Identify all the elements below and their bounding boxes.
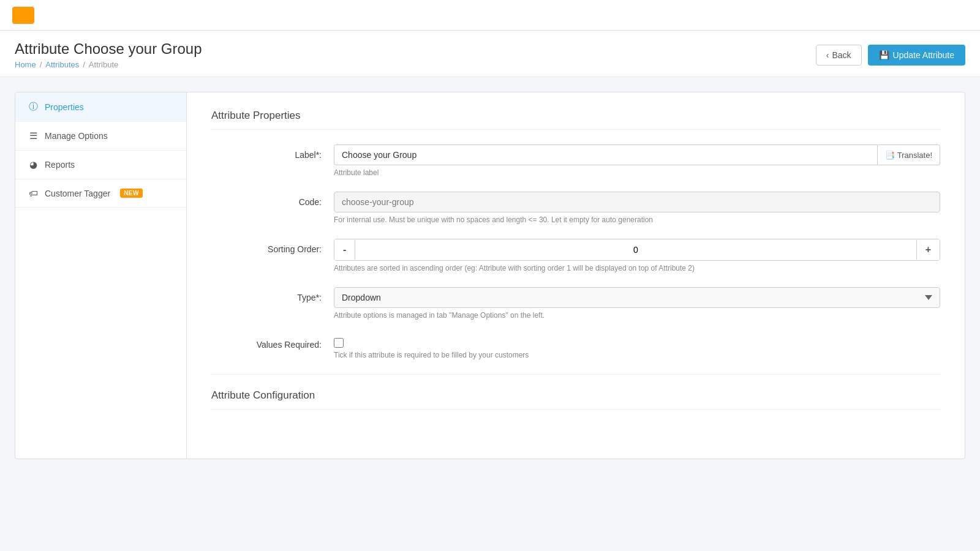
sidebar-item-reports[interactable]: ◕ Reports xyxy=(15,151,186,179)
code-input[interactable] xyxy=(334,192,940,212)
page-header-left: Attribute Choose your Group Home / Attri… xyxy=(15,40,202,69)
breadcrumb: Home / Attributes / Attribute xyxy=(15,60,202,69)
values-required-help: Tick if this attribute is required to be… xyxy=(334,351,940,359)
translate-button[interactable]: 📑 Translate! xyxy=(878,144,940,165)
checkbox-wrap xyxy=(334,334,940,348)
sort-minus-button[interactable]: - xyxy=(334,239,355,260)
type-select[interactable]: Dropdown Text Text Area Date Boolean xyxy=(334,287,940,308)
translate-icon: 📑 xyxy=(885,151,895,160)
sidebar-item-properties[interactable]: ⓘ Properties xyxy=(15,92,186,122)
label-input[interactable] xyxy=(334,144,878,165)
sidebar-item-manage-options[interactable]: ☰ Manage Options xyxy=(15,122,186,151)
form-area: Attribute Properties Label*: 📑 Translate… xyxy=(187,92,965,459)
sidebar-nav: ⓘ Properties ☰ Manage Options ◕ Reports … xyxy=(15,92,187,459)
sorting-group: - + xyxy=(334,239,940,261)
tag-icon: 🏷 xyxy=(28,188,39,198)
sidebar-manage-options-label: Manage Options xyxy=(45,131,108,141)
sidebar-customer-tagger-label: Customer Tagger xyxy=(45,189,110,198)
content-card: ⓘ Properties ☰ Manage Options ◕ Reports … xyxy=(15,92,965,459)
section-divider xyxy=(211,374,940,375)
breadcrumb-home[interactable]: Home xyxy=(15,60,36,69)
update-icon: 💾 xyxy=(879,50,889,60)
page-header: Attribute Choose your Group Home / Attri… xyxy=(0,31,980,77)
sorting-order-input[interactable] xyxy=(355,240,916,260)
label-input-group: 📑 Translate! xyxy=(334,144,940,165)
translate-button-label: Translate! xyxy=(897,151,932,160)
page-title: Attribute Choose your Group xyxy=(15,40,202,58)
label-help: Attribute label xyxy=(334,168,940,177)
label-row: Label*: 📑 Translate! Attribute label xyxy=(211,144,940,177)
list-icon: ☰ xyxy=(28,130,39,141)
type-control-wrap: Dropdown Text Text Area Date Boolean Att… xyxy=(334,287,940,320)
sidebar-reports-label: Reports xyxy=(45,160,75,170)
back-chevron-icon: ‹ xyxy=(826,50,829,60)
info-icon: ⓘ xyxy=(28,101,39,113)
sort-plus-button[interactable]: + xyxy=(917,239,940,260)
values-required-row: Values Required: Tick if this attribute … xyxy=(211,334,940,359)
sorting-order-label: Sorting Order: xyxy=(211,239,334,254)
type-field-label: Type*: xyxy=(211,287,334,302)
values-required-control-wrap: Tick if this attribute is required to be… xyxy=(334,334,940,359)
reports-icon: ◕ xyxy=(28,159,39,170)
code-field-label: Code: xyxy=(211,192,334,207)
main-content: ⓘ Properties ☰ Manage Options ◕ Reports … xyxy=(0,77,980,474)
label-field-label: Label*: xyxy=(211,144,334,160)
form-section-title: Attribute Properties xyxy=(211,110,940,130)
sorting-order-row: Sorting Order: - + Attributes are sorted… xyxy=(211,239,940,272)
back-button-label: Back xyxy=(832,50,851,60)
code-row: Code: For internal use. Must be unique w… xyxy=(211,192,940,224)
header-actions: ‹ Back 💾 Update Attribute xyxy=(816,45,965,66)
code-help: For internal use. Must be unique with no… xyxy=(334,216,940,224)
back-button[interactable]: ‹ Back xyxy=(816,45,862,66)
config-section-title: Attribute Configuration xyxy=(211,389,940,410)
sidebar-properties-label: Properties xyxy=(45,102,84,112)
breadcrumb-sep-1: / xyxy=(40,60,42,69)
values-required-checkbox[interactable] xyxy=(334,338,344,348)
label-control-wrap: 📑 Translate! Attribute label xyxy=(334,144,940,177)
code-control-wrap: For internal use. Must be unique with no… xyxy=(334,192,940,224)
logo xyxy=(12,7,34,24)
values-required-label: Values Required: xyxy=(211,334,334,350)
breadcrumb-attribute: Attribute xyxy=(89,60,118,69)
update-button-label: Update Attribute xyxy=(893,50,954,60)
breadcrumb-sep-2: / xyxy=(83,60,85,69)
sorting-order-control-wrap: - + Attributes are sorted in ascending o… xyxy=(334,239,940,272)
breadcrumb-attributes[interactable]: Attributes xyxy=(45,60,79,69)
type-help: Attribute options is managed in tab "Man… xyxy=(334,311,940,320)
sidebar-item-customer-tagger[interactable]: 🏷 Customer Tagger NEW xyxy=(15,179,186,208)
update-attribute-button[interactable]: 💾 Update Attribute xyxy=(868,45,965,66)
topbar xyxy=(0,0,980,31)
sorting-order-help: Attributes are sorted in ascending order… xyxy=(334,264,940,272)
new-badge: NEW xyxy=(120,189,143,198)
type-row: Type*: Dropdown Text Text Area Date Bool… xyxy=(211,287,940,320)
